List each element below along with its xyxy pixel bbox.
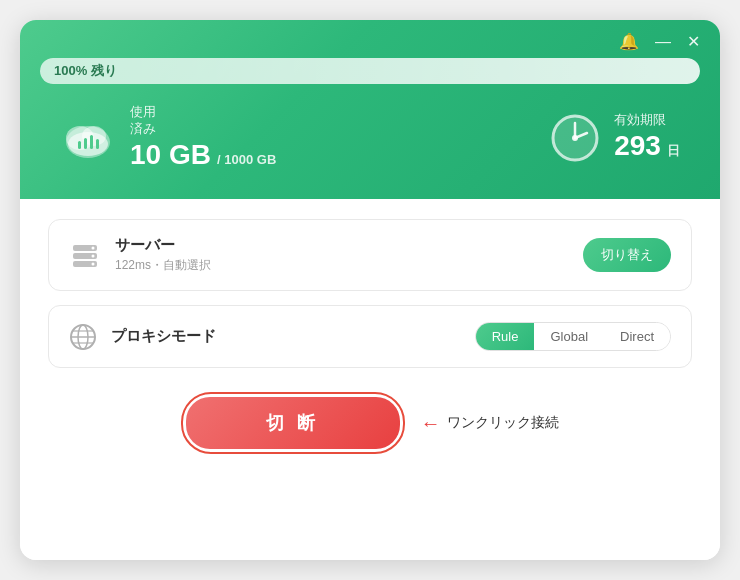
progress-label: 100% 残り	[54, 62, 117, 80]
usage-label: 使用 済み	[130, 104, 276, 138]
disconnect-section: 切 断 ← ワンクリック接続	[48, 382, 692, 470]
server-info: サーバー 122ms・自動選択	[115, 236, 211, 274]
minimize-button[interactable]: —	[655, 34, 671, 50]
header: 🔔 — ✕ 100% 残り	[20, 20, 720, 199]
expiry-value: 293 日	[614, 129, 680, 163]
usage-text: 使用 済み 10 GB / 1000 GB	[130, 104, 276, 171]
progress-bar-fill	[40, 58, 700, 84]
mode-direct-button[interactable]: Direct	[604, 323, 670, 350]
disconnect-btn-border: 切 断	[181, 392, 404, 454]
window-controls: 🔔 — ✕	[40, 34, 700, 50]
disconnect-button[interactable]: 切 断	[186, 397, 399, 449]
svg-point-17	[92, 263, 95, 266]
cloud-icon	[60, 114, 116, 162]
stats-row: 使用 済み 10 GB / 1000 GB	[40, 104, 700, 171]
svg-rect-5	[84, 138, 87, 149]
bell-button[interactable]: 🔔	[619, 34, 639, 50]
proxy-label: プロキシモード	[111, 327, 216, 346]
mode-rule-button[interactable]: Rule	[476, 323, 535, 350]
usage-value: 10 GB / 1000 GB	[130, 138, 276, 172]
one-click-label-row: ← ワンクリック接続	[421, 412, 559, 435]
server-list-icon	[69, 239, 101, 271]
server-sub: 122ms・自動選択	[115, 257, 211, 274]
one-click-label: ワンクリック接続	[447, 414, 559, 432]
svg-point-16	[92, 255, 95, 258]
svg-rect-7	[96, 139, 99, 149]
svg-rect-6	[90, 135, 93, 149]
close-button[interactable]: ✕	[687, 34, 700, 50]
server-title: サーバー	[115, 236, 211, 255]
usage-stat: 使用 済み 10 GB / 1000 GB	[60, 104, 276, 171]
main-window: 🔔 — ✕ 100% 残り	[20, 20, 720, 560]
mode-buttons: Rule Global Direct	[475, 322, 671, 351]
svg-rect-4	[78, 141, 81, 149]
progress-bar-container: 100% 残り	[40, 58, 700, 84]
server-card: サーバー 122ms・自動選択 切り替え	[48, 219, 692, 291]
svg-point-3	[68, 132, 108, 156]
expiry-stat: 有効期限 293 日	[550, 112, 680, 162]
proxy-card: プロキシモード Rule Global Direct	[48, 305, 692, 368]
globe-icon	[69, 323, 97, 351]
expiry-label: 有効期限	[614, 112, 680, 129]
svg-point-15	[92, 247, 95, 250]
clock-icon	[550, 113, 600, 163]
body-content: サーバー 122ms・自動選択 切り替え プロキシモード Rule	[20, 199, 720, 560]
proxy-card-left: プロキシモード	[69, 323, 216, 351]
arrow-left-icon: ←	[421, 412, 441, 435]
server-card-left: サーバー 122ms・自動選択	[69, 236, 211, 274]
switch-server-button[interactable]: 切り替え	[583, 238, 671, 272]
mode-global-button[interactable]: Global	[534, 323, 604, 350]
expiry-text: 有効期限 293 日	[614, 112, 680, 162]
